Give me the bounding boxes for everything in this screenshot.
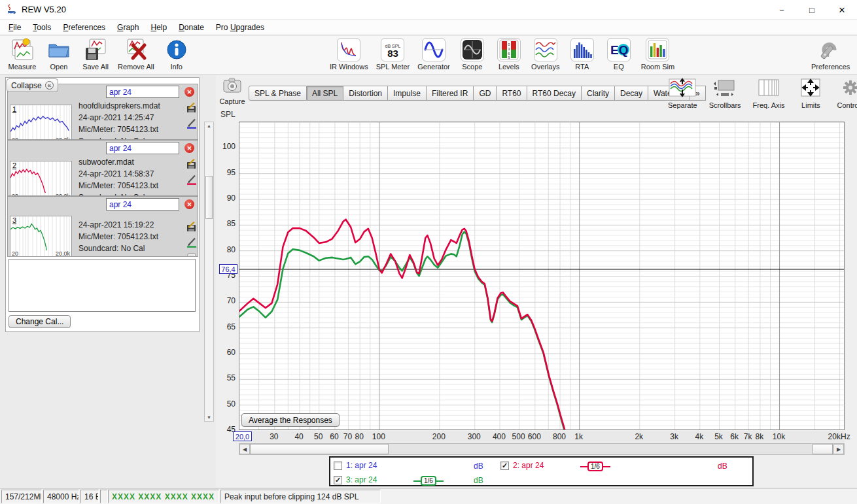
horizontal-scroll-thumb[interactable]	[250, 444, 389, 454]
measurement-card-2[interactable]: ✕22020,0ksubwoofer.mdat24-apr-2021 14:58…	[7, 140, 198, 196]
remove-all-button[interactable]: Remove All	[118, 37, 154, 71]
scroll-up-icon[interactable]: ▲	[205, 124, 213, 128]
generator-label: Generator	[417, 63, 450, 71]
trace-style-icon[interactable]	[186, 172, 198, 188]
tab-distortion[interactable]: Distortion	[343, 86, 388, 101]
measure-button[interactable]: Measure	[8, 37, 37, 71]
room-sim-button[interactable]: Room Sim	[641, 37, 674, 71]
info-button[interactable]: Info	[162, 37, 191, 71]
measurement-thumbnail[interactable]: 12020,0k	[10, 105, 72, 140]
measurement-card-3[interactable]: ✕32020,0k24-apr-2021 15:19:22Mic/Meter: …	[7, 196, 198, 257]
menu-item-pro-upgrades[interactable]: Pro Upgrades	[210, 21, 270, 34]
legend-checkbox[interactable]	[334, 462, 342, 470]
menu-item-graph[interactable]: Graph	[111, 21, 145, 34]
menu-item-file[interactable]: File	[3, 21, 27, 34]
panel-vertical-scrollbar[interactable]: ▲ ▼	[204, 122, 214, 422]
trace-style-icon[interactable]	[186, 116, 198, 131]
menu-item-tools[interactable]: Tools	[27, 21, 57, 34]
measurement-thumbnail[interactable]: 22020,0k	[10, 161, 72, 196]
legend-checkbox[interactable]: ✓	[334, 476, 342, 484]
save-measurement-icon[interactable]	[186, 156, 198, 172]
menu-item-help[interactable]: Help	[145, 21, 173, 34]
tab-rt60-decay[interactable]: RT60 Decay	[527, 86, 582, 101]
controls-button[interactable]: Controls	[837, 78, 857, 109]
measurement-name-input[interactable]	[106, 86, 179, 98]
clip-indicator-inputs: XXXX XXXX XXXX XXXX	[112, 492, 215, 501]
preferences-icon	[818, 37, 844, 62]
y-tick-label: 65	[215, 322, 236, 331]
smoothing-badge[interactable]: 1/6	[413, 476, 444, 486]
graph-tabs: SPL & PhaseAll SPLDistortionImpulseFilte…	[249, 86, 706, 101]
save-measurement-icon[interactable]	[186, 100, 198, 116]
notes-input[interactable]	[9, 259, 196, 312]
maximize-button[interactable]: □	[797, 0, 827, 20]
tab-all-spl[interactable]: All SPL	[307, 86, 343, 101]
legend-item: 1: apr 24	[334, 461, 377, 470]
scroll-down-icon[interactable]: ▼	[205, 415, 213, 420]
y-tick-label: 70	[215, 296, 236, 305]
tab-decay[interactable]: Decay	[615, 86, 648, 101]
tab-clarity[interactable]: Clarity	[582, 86, 615, 101]
tab-rt60[interactable]: RT60	[497, 86, 527, 101]
status-cell-3	[100, 490, 108, 503]
measurement-name-input[interactable]	[106, 198, 179, 210]
notes-icon[interactable]	[186, 250, 198, 257]
collapse-button[interactable]: Collapse «	[7, 78, 58, 92]
limits-button[interactable]: Limits	[796, 78, 825, 109]
open-button[interactable]: Open	[44, 37, 73, 71]
open-label: Open	[50, 63, 68, 71]
spl-meter-button[interactable]: dB SPL83SPL Meter	[376, 37, 410, 71]
legend-checkbox[interactable]: ✓	[500, 462, 509, 470]
y-tick-label: 100	[215, 142, 236, 151]
eq-button[interactable]: EQEQ	[604, 37, 633, 71]
separate-button[interactable]: Separate	[668, 78, 697, 109]
vertical-scroll-thumb[interactable]	[205, 176, 213, 219]
horizontal-scroll-thumb-right[interactable]	[813, 444, 833, 454]
main-toolbar: MeasureOpenSave AllRemove AllInfo IR Win…	[0, 36, 857, 75]
save-measurement-icon[interactable]	[186, 219, 198, 235]
legend-trace-label: 1: apr 24	[346, 461, 377, 470]
legend-trace-label: 2: apr 24	[513, 461, 544, 470]
overlays-button[interactable]: Overlays	[531, 37, 560, 71]
menu-item-donate[interactable]: Donate	[173, 21, 210, 34]
spl-plot-area[interactable]	[239, 122, 845, 430]
smoothing-badge[interactable]: 1/6	[580, 462, 610, 471]
close-button[interactable]: ✕	[827, 0, 857, 20]
scroll-left-icon[interactable]: ◀	[239, 444, 250, 454]
remove-measurement-icon[interactable]: ✕	[184, 143, 194, 153]
scrollbars-button[interactable]: Scrollbars	[709, 78, 741, 109]
ir-windows-label: IR Windows	[330, 63, 368, 71]
freq-axis-icon	[754, 78, 783, 100]
rta-button[interactable]: RTA	[568, 37, 597, 71]
scroll-right-icon[interactable]: ▶	[833, 444, 844, 454]
remove-all-label: Remove All	[118, 63, 154, 71]
x-tick-label: 200	[432, 432, 446, 441]
ir-windows-button[interactable]: IR Windows	[330, 37, 368, 71]
eq-icon: EQ	[607, 37, 631, 62]
average-responses-button[interactable]: Average the Responses	[241, 413, 340, 427]
change-cal-button[interactable]: Change Cal...	[9, 315, 71, 328]
generator-button[interactable]: Generator	[417, 37, 450, 71]
tab-spl-phase[interactable]: SPL & Phase	[249, 86, 307, 101]
menu-item-preferences[interactable]: Preferences	[57, 21, 111, 34]
thumbnail-xmax-label: 20,0k	[56, 250, 70, 257]
measurement-name-input[interactable]	[106, 142, 179, 154]
room-sim-icon	[646, 37, 669, 62]
scope-button[interactable]: Scope	[458, 37, 487, 71]
graph-horizontal-scrollbar[interactable]: ◀ ▶	[239, 443, 845, 455]
tab-filtered-ir[interactable]: Filtered IR	[427, 86, 474, 101]
remove-measurement-icon[interactable]: ✕	[184, 199, 194, 209]
tab-gd[interactable]: GD	[474, 86, 497, 101]
capture-button[interactable]: Capture	[219, 78, 246, 105]
levels-button[interactable]: 0369Levels	[495, 37, 523, 71]
legend-item: ✓3: apr 24	[334, 475, 377, 484]
preferences-button[interactable]: Preferences	[811, 37, 850, 71]
save-all-button[interactable]: Save All	[81, 37, 110, 71]
status-bar: 157/212MB48000 Hz16 BitXXXX XXXX XXXX XX…	[0, 488, 857, 504]
measurement-thumbnail[interactable]: 32020,0k	[10, 216, 72, 257]
trace-style-icon[interactable]	[186, 235, 198, 250]
freq-axis-button[interactable]: Freq. Axis	[753, 78, 785, 109]
tab-impulse[interactable]: Impulse	[388, 86, 427, 101]
remove-measurement-icon[interactable]: ✕	[184, 87, 194, 97]
minimize-button[interactable]: −	[767, 0, 797, 20]
